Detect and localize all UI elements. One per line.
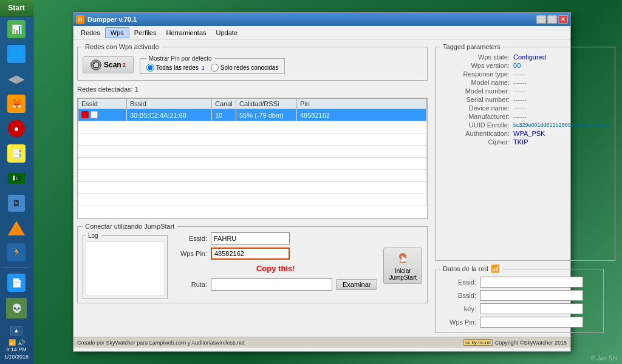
- col-essid: Essid: [78, 99, 127, 109]
- close-button[interactable]: ✕: [558, 15, 568, 24]
- maximize-button[interactable]: □: [547, 15, 557, 24]
- radio-known-text: Solo redes conocidas: [220, 64, 279, 71]
- app-icon: D: [76, 15, 84, 24]
- wpspin-input[interactable]: [211, 248, 290, 260]
- col-bssid: Bssid: [127, 99, 212, 109]
- network-data-legend: Datos de la red 📶: [440, 265, 502, 273]
- param-cipher: Cipher: TKIP: [440, 138, 610, 146]
- param-device-name-label: Device name:: [440, 104, 513, 112]
- essid-input[interactable]: [211, 232, 290, 244]
- taskbar-icon-jump[interactable]: 🏃: [5, 243, 27, 263]
- data-key-label: key:: [440, 305, 480, 312]
- tagged-params-rows: Wps state: Configured Wps version: 00 Re…: [440, 53, 610, 146]
- cell-essid: [78, 109, 127, 121]
- wifi-icon: 📶: [491, 265, 500, 273]
- signal-red-icon: [81, 111, 89, 118]
- ie-icon-img: 🌐: [7, 45, 26, 63]
- iniciar-label: Iniciar: [395, 268, 411, 274]
- menu-redes[interactable]: Redes: [76, 28, 105, 38]
- data-essid-input[interactable]: [480, 277, 583, 288]
- taskbar-icon-ie[interactable]: 🌐: [5, 44, 27, 64]
- taskbar-icon-zombie[interactable]: 💀: [5, 298, 27, 318]
- table-row[interactable]: 30:B5:C2:4A:21:68 10 55% (-79 dbm) 48582…: [78, 109, 427, 121]
- show-pin-legend: Mostrar Pin por defecto: [146, 55, 214, 62]
- wpspin-label: Wps Pin:: [174, 250, 207, 257]
- table-row-empty-3: [78, 146, 427, 158]
- taskbar-icon-excel[interactable]: 📊: [5, 19, 27, 39]
- taskbar-time: 9:14 PM 1/10/2016: [3, 346, 30, 361]
- log-content: [86, 241, 165, 296]
- menu-herramientas[interactable]: Herramientas: [161, 28, 211, 38]
- taskbar-icon-circle[interactable]: ●: [5, 118, 27, 138]
- main-content: Redes con Wps activado Scan 2 M: [73, 39, 570, 337]
- data-bssid-label: Bssid:: [440, 292, 480, 299]
- jump-icon-img: 🏃: [7, 243, 26, 261]
- scan-button[interactable]: Scan 2: [83, 56, 134, 73]
- network-tray-icon: 📶: [9, 339, 16, 346]
- copy-text: Copy this!: [174, 263, 377, 274]
- taskbar-bottom: ▲ 📶 🔊 9:14 PM 1/10/2016: [0, 321, 33, 364]
- data-essid-row: Essid:: [440, 275, 598, 289]
- col-quality: Calidad/RSSi: [236, 99, 297, 109]
- menu-wps[interactable]: Wps: [105, 27, 129, 38]
- network-table: Essid Bssid Canal Calidad/RSSi Pin: [78, 98, 427, 206]
- window-title: Dumpper v.70.1: [87, 16, 137, 23]
- radio-all-networks[interactable]: [146, 64, 154, 72]
- window-titlebar: D Dumpper v.70.1 _ □ ✕: [73, 13, 570, 26]
- taskbar-icon-nav[interactable]: ◀▶: [5, 69, 27, 89]
- cc-badge: cc by-nc-nd Copyright ©SkyWatcher 2015: [463, 339, 567, 346]
- ruta-row: Ruta: Examinar: [174, 278, 377, 291]
- param-manufacturer-label: Manufacturer:: [440, 113, 513, 120]
- radio-all-badge: 1: [202, 65, 205, 71]
- jumpstart-form: Essid: Wps Pin: Copy this! Ruta: Examina…: [174, 232, 377, 299]
- col-canal: Canal: [212, 99, 236, 109]
- param-wps-version-label: Wps version:: [440, 62, 513, 69]
- network-data-title: Datos de la red: [443, 265, 488, 272]
- examinar-button[interactable]: Examinar: [336, 279, 377, 290]
- log-legend: Log: [86, 232, 101, 239]
- app-window: D Dumpper v.70.1 _ □ ✕ Redes Wps Perfile…: [73, 12, 571, 352]
- taskbar-icon-vlc[interactable]: [5, 218, 27, 238]
- data-essid-label: Essid:: [440, 278, 480, 286]
- start-button[interactable]: Start: [0, 0, 33, 17]
- minimize-button[interactable]: _: [536, 15, 546, 24]
- param-uuid-value: bc329e001dd811b2860130b5c24a2168: [513, 122, 610, 128]
- window-title-area: D Dumpper v.70.1: [76, 15, 137, 24]
- table-header-row: Essid Bssid Canal Calidad/RSSi Pin: [78, 99, 427, 109]
- param-serial-number-value: ------: [513, 96, 527, 103]
- network-count-label: Redes detectadas:: [77, 86, 133, 93]
- param-model-number: Model number: ------: [440, 87, 610, 95]
- menu-perfiles[interactable]: Perfiles: [129, 28, 162, 38]
- network-count: Redes detectadas: 1: [77, 84, 428, 94]
- nav-icon: ◀▶: [8, 72, 25, 86]
- data-key-input[interactable]: [480, 303, 583, 314]
- jumpstart-content: Log Essid: Wps Pin: Copy this!: [83, 232, 422, 299]
- data-wpspin-input[interactable]: [480, 317, 583, 328]
- table-header: Essid Bssid Canal Calidad/RSSi Pin: [78, 99, 427, 109]
- taskbar-icon-firefox[interactable]: 🦊: [5, 93, 27, 113]
- taskbar-icon-slides[interactable]: 📑: [5, 143, 27, 163]
- jumpstart-btn-content: Iniciar JumpStart: [389, 251, 417, 281]
- iniciar-jumpstart-button[interactable]: Iniciar JumpStart: [383, 248, 422, 284]
- excel-icon-img: 📊: [7, 20, 26, 38]
- taskbar-icon-remote[interactable]: 🖥: [5, 193, 27, 213]
- param-cipher-value: TKIP: [513, 138, 528, 146]
- table-row-empty-7: [78, 194, 427, 206]
- param-device-name-value: ------: [513, 104, 527, 112]
- data-wpspin-row: Wps Pin:: [440, 315, 598, 329]
- param-model-name-label: Model name:: [440, 79, 513, 86]
- param-model-number-label: Model number:: [440, 87, 513, 95]
- flag-icon-img: 🇵🇰: [8, 173, 25, 184]
- cell-pin: 48582162: [297, 109, 427, 121]
- menu-update[interactable]: Update: [211, 28, 242, 38]
- param-serial-number-label: Serial number:: [440, 96, 513, 103]
- data-bssid-row: Bssid:: [440, 289, 598, 302]
- param-wps-state-label: Wps state:: [440, 53, 513, 61]
- tray-expand[interactable]: ▲: [10, 326, 22, 335]
- taskbar-icon-docs[interactable]: 📄: [5, 273, 27, 293]
- taskbar-icon-flag[interactable]: 🇵🇰: [5, 168, 27, 188]
- watermark: © Jan Shi: [590, 355, 617, 362]
- radio-known-networks[interactable]: [211, 64, 219, 72]
- ruta-input[interactable]: [211, 278, 332, 291]
- data-bssid-input[interactable]: [480, 290, 583, 301]
